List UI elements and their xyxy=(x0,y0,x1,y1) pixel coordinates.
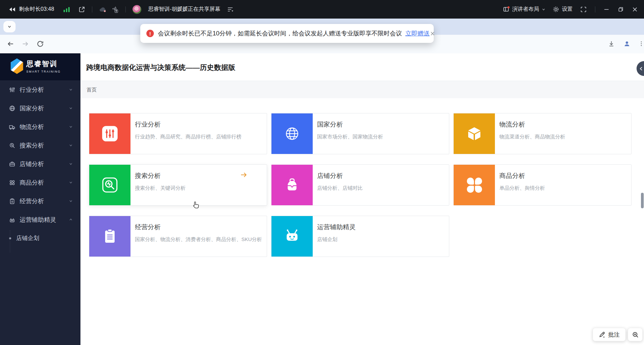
pencil-icon xyxy=(599,331,605,338)
sidebar-item-search[interactable]: 搜索分析 xyxy=(0,136,80,155)
card-product-analysis[interactable]: 商品分析 单品分析、舆情分析 xyxy=(453,164,631,206)
cloud-icon[interactable] xyxy=(99,6,107,13)
bag-icon xyxy=(283,176,301,194)
minimize-window-icon[interactable] xyxy=(603,6,610,12)
sidebar-item-label: 搜索分析 xyxy=(20,141,44,150)
banner-close-icon[interactable] xyxy=(430,31,435,36)
clover-icon xyxy=(467,178,482,193)
restore-window-icon[interactable] xyxy=(618,6,624,12)
sidebar-subitem-label: 店铺企划 xyxy=(16,234,39,242)
settings-button[interactable]: 设置 xyxy=(552,6,573,13)
card-description: 行业趋势、商品研究、商品排行榜、店铺排行榜 xyxy=(135,134,241,140)
sidebar-item-label: 物流分析 xyxy=(20,123,44,131)
card-description: 店铺企划 xyxy=(317,236,356,243)
reload-icon[interactable] xyxy=(37,40,44,48)
app-sidebar: 思睿智训 SMART TRAINING 行业分析 国家分析 xyxy=(0,53,80,345)
sidebar-item-assistant[interactable]: 运营辅助精灵 xyxy=(0,210,80,229)
card-text: 运营辅助精灵 店铺企划 xyxy=(313,216,356,257)
logo-title: 思睿智训 xyxy=(26,59,61,69)
divider xyxy=(595,6,595,12)
card-color-block xyxy=(454,113,495,154)
card-description: 搜索分析、关键词分析 xyxy=(135,185,186,191)
banner-message: 会议剩余时长已不足10分钟，如需延长会议时间，给会议发起人赠送专业版即享不限时会… xyxy=(158,29,402,37)
card-description: 店铺分析、店铺对比 xyxy=(317,185,363,191)
sidebar-menu: 行业分析 国家分析 物流分析 搜索 xyxy=(0,80,80,247)
browser-menu-icon[interactable] xyxy=(638,40,644,47)
back-icon[interactable] xyxy=(7,40,14,48)
sidebar-item-operation[interactable]: 经营分析 xyxy=(0,192,80,210)
card-text: 店铺分析 店铺分析、店铺对比 xyxy=(313,165,363,205)
warning-icon: ! xyxy=(146,30,154,37)
breadcrumb-bar: 首页 xyxy=(80,81,644,99)
robot-icon xyxy=(9,216,16,223)
four-circles-icon xyxy=(9,179,16,186)
briefcase-icon xyxy=(9,161,16,167)
page-header: 跨境电商数据化运营与决策系统——历史数据版 xyxy=(80,53,644,81)
card-logistics-analysis[interactable]: 物流分析 物流渠道分析、商品物流分析 xyxy=(453,113,631,154)
forward-icon[interactable] xyxy=(22,40,29,48)
sidebar-subitem-shop-planning[interactable]: 店铺企划 xyxy=(0,229,80,247)
download-icon[interactable] xyxy=(608,40,615,47)
card-title: 经营分析 xyxy=(135,223,262,232)
sharer-avatar xyxy=(133,5,141,14)
sidebar-item-label: 行业分析 xyxy=(20,86,44,94)
meeting-left-group: 剩余时长03:48 思睿智训-胡媛媛正在共享屏幕 xyxy=(9,5,234,14)
truck-icon xyxy=(9,124,16,130)
sliders-icon xyxy=(101,125,119,143)
share-status-title: 思睿智训-胡媛媛正在共享屏幕 xyxy=(148,6,220,13)
profile-icon[interactable] xyxy=(623,40,630,47)
gift-pro-link[interactable]: 立即赠送 xyxy=(405,29,430,37)
card-country-analysis[interactable]: 国家分析 国家市场分析、国家物流分析 xyxy=(271,113,449,154)
card-color-block xyxy=(89,113,130,154)
sidebar-item-label: 经营分析 xyxy=(20,197,44,205)
page-title: 跨境电商数据化运营与决策系统——历史数据版 xyxy=(86,63,235,72)
sidebar-item-country[interactable]: 国家分析 xyxy=(0,99,80,117)
sidebar-item-logistics[interactable]: 物流分析 xyxy=(0,117,80,136)
presenter-layout-button[interactable]: 演讲者布局 xyxy=(503,6,546,13)
card-text: 商品分析 单品分析、舆情分析 xyxy=(495,165,545,205)
card-search-analysis[interactable]: 搜索分析 搜索分析、关键词分析 xyxy=(89,164,267,206)
sidebar-item-label: 商品分析 xyxy=(20,179,44,187)
card-title: 国家分析 xyxy=(317,120,383,129)
sidebar-item-shop[interactable]: 店铺分析 xyxy=(0,155,80,173)
sidebar-item-product[interactable]: 商品分析 xyxy=(0,173,80,192)
card-shop-analysis[interactable]: 店铺分析 店铺分析、店铺对比 xyxy=(271,164,449,206)
sidebar-item-label: 国家分析 xyxy=(20,104,44,112)
tab-search-button[interactable] xyxy=(3,21,16,32)
divider xyxy=(92,6,92,12)
card-text: 国家分析 国家市场分析、国家物流分析 xyxy=(313,113,383,154)
card-arrow-icon xyxy=(240,171,248,179)
card-title: 搜索分析 xyxy=(135,171,186,180)
app-logo: 思睿智训 SMART TRAINING xyxy=(0,53,80,80)
search-pulse-icon xyxy=(9,142,16,149)
zoom-in-button[interactable] xyxy=(628,328,643,341)
card-text: 行业分析 行业趋势、商品研究、商品排行榜、店铺排行榜 xyxy=(130,113,241,154)
card-assistant[interactable]: 运营辅助精灵 店铺企划 xyxy=(271,216,449,257)
breadcrumb[interactable]: 首页 xyxy=(87,87,97,93)
external-link-icon[interactable] xyxy=(78,6,85,13)
chevron-down-icon xyxy=(69,143,73,148)
sidebar-item-industry[interactable]: 行业分析 xyxy=(0,80,80,99)
card-industry-analysis[interactable]: 行业分析 行业趋势、商品研究、商品排行榜、店铺排行榜 xyxy=(89,113,267,154)
annotate-label: 批注 xyxy=(608,331,620,339)
sliders-icon xyxy=(9,86,16,93)
chevron-down-icon xyxy=(69,162,73,166)
network-signal-icon xyxy=(64,7,70,12)
chevron-down-icon xyxy=(69,125,73,129)
cast-audio-icon[interactable] xyxy=(111,6,119,13)
card-title: 物流分析 xyxy=(499,120,565,129)
card-business-analysis[interactable]: 经营分析 国家分析、物流分析、消费者分析、商品分析、SKU分析 xyxy=(89,216,267,257)
robot-icon xyxy=(283,228,301,245)
chevron-down-icon xyxy=(69,106,73,110)
logo-mark-icon xyxy=(10,58,24,74)
card-title: 行业分析 xyxy=(135,120,241,129)
share-list-icon[interactable] xyxy=(227,6,234,13)
close-window-icon[interactable] xyxy=(632,6,638,12)
card-color-block xyxy=(271,165,313,205)
scrollbar-thumb[interactable] xyxy=(641,193,644,208)
fullscreen-icon[interactable] xyxy=(580,6,587,13)
card-description: 国家分析、物流分析、消费者分析、商品分析、SKU分析 xyxy=(135,236,262,243)
bullet-icon xyxy=(9,237,11,239)
annotate-button[interactable]: 批注 xyxy=(593,328,626,341)
chevron-down-icon xyxy=(69,87,73,92)
